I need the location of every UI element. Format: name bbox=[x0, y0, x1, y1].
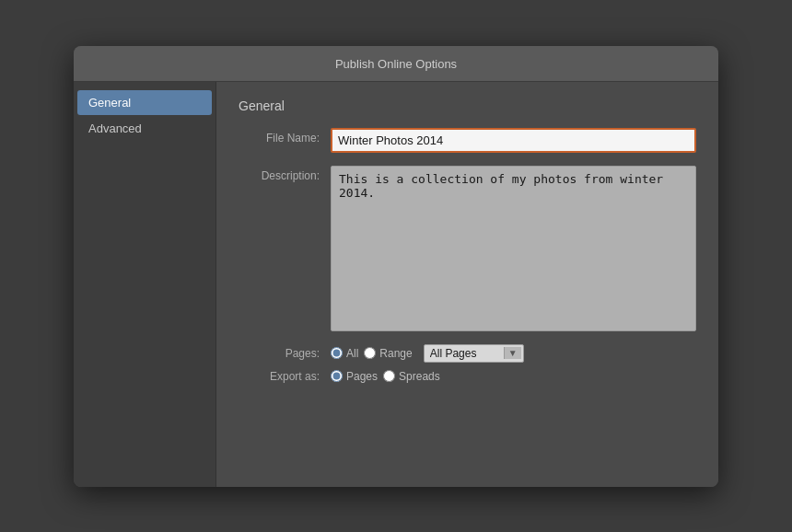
main-content: General File Name: Description: This is … bbox=[216, 82, 718, 487]
file-name-row: File Name: bbox=[239, 128, 696, 153]
sidebar-item-general[interactable]: General bbox=[77, 90, 212, 115]
pages-range-option[interactable]: Range bbox=[364, 347, 412, 360]
description-textarea[interactable]: This is a collection of my photos from w… bbox=[331, 166, 696, 331]
section-heading: General bbox=[239, 98, 696, 113]
description-label: Description: bbox=[239, 166, 331, 182]
pages-dropdown[interactable]: All Pages Current Page Custom bbox=[430, 347, 500, 360]
export-spreads-radio[interactable] bbox=[383, 370, 395, 382]
description-row: Description: This is a collection of my … bbox=[239, 166, 696, 331]
pages-radio-group: All Range All Pages Current Page Custom … bbox=[331, 344, 524, 363]
dropdown-arrow-icon: ▼ bbox=[504, 347, 521, 359]
export-as-row: Export as: Pages Spreads bbox=[239, 370, 696, 383]
publish-online-dialog: Publish Online Options General Advanced … bbox=[74, 46, 718, 487]
pages-all-option[interactable]: All bbox=[331, 347, 358, 360]
dialog-body: General Advanced General File Name: Desc… bbox=[74, 82, 718, 487]
pages-dropdown-wrapper[interactable]: All Pages Current Page Custom ▼ bbox=[424, 344, 524, 363]
export-pages-radio[interactable] bbox=[331, 370, 343, 382]
export-as-label: Export as: bbox=[239, 370, 331, 383]
export-spreads-option[interactable]: Spreads bbox=[383, 370, 440, 383]
export-pages-option[interactable]: Pages bbox=[331, 370, 378, 383]
pages-label: Pages: bbox=[239, 347, 331, 360]
file-name-input[interactable] bbox=[331, 128, 696, 153]
pages-range-radio[interactable] bbox=[364, 347, 376, 359]
pages-all-radio[interactable] bbox=[331, 347, 343, 359]
export-radio-group: Pages Spreads bbox=[331, 370, 440, 383]
file-name-label: File Name: bbox=[239, 128, 331, 145]
pages-row: Pages: All Range All Pages Current Page bbox=[239, 344, 696, 363]
sidebar-item-advanced[interactable]: Advanced bbox=[77, 116, 212, 141]
dialog-title: Publish Online Options bbox=[335, 57, 457, 71]
dialog-titlebar: Publish Online Options bbox=[74, 46, 718, 82]
sidebar: General Advanced bbox=[74, 82, 216, 487]
